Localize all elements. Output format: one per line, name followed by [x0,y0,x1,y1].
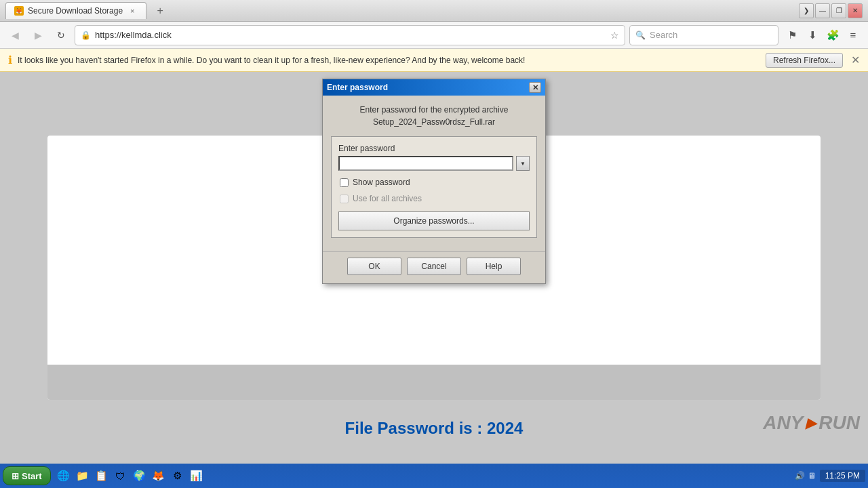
refresh-firefox-button[interactable]: Refresh Firefox... [766,53,843,68]
taskbar-app7-icon[interactable]: ⚙ [169,467,186,485]
taskbar-app8-icon[interactable]: 📊 [188,467,205,485]
dialog-title: Enter password [327,83,529,92]
bookmark-icon[interactable]: ☆ [610,30,619,41]
tab-bar: 🦊 Secure Download Storage × + [5,2,796,19]
window-controls: ❯ — ❐ ✕ [796,3,863,18]
tab-title: Secure Download Storage [28,6,123,16]
search-placeholder: Search [650,30,677,40]
start-label: Start [22,471,42,481]
show-password-label[interactable]: Show password [353,178,410,187]
use-for-all-checkbox [340,195,349,203]
minimize-button[interactable]: — [815,3,830,18]
taskbar-right: 🔊 🖥 11:25 PM [795,470,865,482]
toolbar-icons: ⚑ ⬇ 🧩 ≡ [783,26,863,45]
anyrun-play-icon: ▶ [806,415,816,431]
dropdown-arrow-button[interactable]: ▼ [516,156,530,171]
notification-icon: ℹ [8,54,12,66]
taskbar-app4-icon[interactable]: 🛡 [112,467,130,485]
close-button[interactable]: ✕ [848,3,863,18]
password-field[interactable] [338,156,513,171]
dialog-header-line1: Enter password for the encrypted archive [331,104,537,116]
cancel-button[interactable]: Cancel [407,258,461,275]
password-input-label: Enter password [338,144,530,153]
refresh-button[interactable]: ↻ [52,26,71,45]
start-button[interactable]: ⊞ Start [3,466,51,485]
system-tray: 🔊 🖥 [795,471,816,481]
volume-icon: 🔊 [795,471,805,481]
use-for-all-label: Use for all archives [353,194,422,203]
pocket-icon[interactable]: ⚑ [783,26,802,45]
restore-button[interactable]: ❐ [831,3,846,18]
organize-passwords-button[interactable]: Organize passwords... [338,211,530,230]
tab-favicon: 🦊 [14,6,24,16]
dialog-body: Enter password for the encrypted archive… [323,96,545,251]
url-text: https://kellmda.click [95,30,172,40]
ok-button[interactable]: OK [347,258,401,275]
dialog-overlay: Enter password ✕ Enter password for the … [0,72,868,464]
password-input-row: ▼ [338,156,530,171]
taskbar: ⊞ Start 🌐 📁 📋 🛡 🌍 🦊 ⚙ 📊 🔊 🖥 11:25 PM [0,464,868,488]
dialog-titlebar: Enter password ✕ [323,79,545,96]
dialog-section: Enter password ▼ Show password Use for a… [331,136,537,238]
dialog-close-button[interactable]: ✕ [529,82,541,93]
lock-icon: 🔒 [81,30,91,40]
dialog-header-line2: Setup_2024_Passw0rdsz_Full.rar [331,116,537,128]
download-icon[interactable]: ⬇ [803,26,822,45]
title-bar: 🦊 Secure Download Storage × + ❯ — ❐ ✕ [0,0,868,22]
show-password-row: Show password [340,178,530,187]
taskbar-apps: 🌐 📁 📋 🛡 🌍 🦊 ⚙ 📊 [55,467,205,485]
start-icon: ⊞ [12,471,19,481]
taskbar-ie-icon[interactable]: 🌐 [55,467,73,485]
active-tab[interactable]: 🦊 Secure Download Storage × [5,2,146,19]
taskbar-chrome-icon[interactable]: 🌍 [131,467,149,485]
help-button[interactable]: Help [467,258,521,275]
address-bar[interactable]: 🔒 https://kellmda.click ☆ [75,25,625,45]
menu-icon[interactable]: ≡ [844,26,863,45]
taskbar-firefox-icon[interactable]: 🦊 [150,467,167,485]
new-tab-button[interactable]: + [152,3,168,19]
anyrun-text: ANY [763,412,803,434]
anyrun-watermark: ANY ▶ RUN [763,412,860,434]
taskbar-app3-icon[interactable]: 📋 [93,467,111,485]
anyrun-text2: RUN [818,412,860,434]
extensions-icon[interactable]: 🧩 [823,26,842,45]
page-content: File Password is : 2024 Enter password ✕… [0,72,868,464]
notification-text: It looks like you haven't started Firefo… [18,56,760,65]
forward-button[interactable]: ▶ [28,26,47,45]
chevron-button[interactable]: ❯ [799,3,814,18]
clock: 11:25 PM [820,470,865,482]
tab-close-button[interactable]: × [127,5,138,16]
show-password-checkbox[interactable] [340,178,349,187]
notification-bar: ℹ It looks like you haven't started Fire… [0,49,868,72]
back-button[interactable]: ◀ [5,26,24,45]
search-icon: 🔍 [635,30,646,40]
taskbar-folder-icon[interactable]: 📁 [74,467,92,485]
password-dialog: Enter password ✕ Enter password for the … [322,79,546,284]
nav-bar: ◀ ▶ ↻ 🔒 https://kellmda.click ☆ 🔍 Search… [0,22,868,49]
dialog-buttons: OK Cancel Help [323,251,545,283]
dialog-header: Enter password for the encrypted archive… [331,104,537,128]
notification-close-button[interactable]: ✕ [851,54,860,66]
use-for-all-row: Use for all archives [340,194,530,203]
search-bar[interactable]: 🔍 Search [629,25,778,45]
network-icon: 🖥 [808,471,816,481]
